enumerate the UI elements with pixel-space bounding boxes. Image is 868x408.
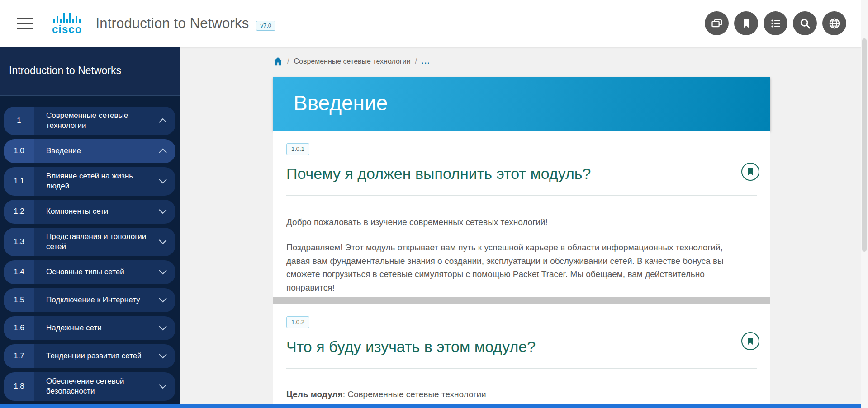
module-nav: 1 Современные сетевые технологии 1.0 Вве…: [0, 96, 180, 401]
item-number: 1.7: [4, 344, 34, 368]
section-divider: [273, 297, 770, 304]
home-icon[interactable]: [273, 57, 283, 66]
chevron-down-icon[interactable]: [158, 269, 167, 275]
chevron-up-icon[interactable]: [158, 148, 167, 154]
sidebar-item-1-2[interactable]: 1.2 Компоненты сети: [4, 200, 175, 224]
pages-icon[interactable]: [705, 11, 729, 35]
section-heading: Почему я должен выполнить этот модуль?: [286, 165, 721, 183]
breadcrumb-module[interactable]: Современные сетевые технологии: [294, 57, 410, 66]
cisco-logo: cisco: [52, 12, 82, 35]
bottom-accent-bar: [0, 404, 861, 408]
sidebar-item-1-1[interactable]: 1.1 Влияние сетей на жизнь людей: [4, 167, 175, 196]
section-1-0-2: 1.0.2 Что я буду изучать в этом модуле? …: [273, 304, 770, 408]
item-number: 1.5: [4, 288, 34, 312]
sidebar-item-1-4[interactable]: 1.4 Основные типы сетей: [4, 260, 175, 284]
sidebar-item-1-8[interactable]: 1.8 Обеспечение сетевой безопасности: [4, 372, 175, 401]
item-number: 1.6: [4, 316, 34, 340]
section-number-badge: 1.0.1: [286, 143, 309, 155]
bookmark-icon[interactable]: [734, 11, 758, 35]
chevron-down-icon[interactable]: [158, 297, 167, 303]
lesson-card: Введение 1.0.1 Почему я должен выполнить…: [273, 77, 770, 408]
cisco-wordmark: cisco: [52, 24, 82, 35]
heading-divider: [286, 195, 757, 196]
course-sidebar: Introduction to Networks 1 Современные с…: [0, 47, 180, 408]
chevron-down-icon[interactable]: [158, 239, 167, 244]
module-goal: Цель модуля: Современные сетевые техноло…: [286, 388, 745, 401]
app-header: cisco Introduction to Networks v7.0: [0, 0, 868, 47]
item-number: 1.8: [4, 372, 34, 401]
course-title: Introduction to Networks: [95, 15, 249, 32]
header-actions: [705, 11, 846, 35]
heading-divider: [286, 368, 757, 369]
list-icon[interactable]: [764, 11, 787, 35]
paragraph: Добро пожаловать в изучение современных …: [286, 216, 745, 229]
sidebar-item-1-3[interactable]: 1.3 Представления и топологии сетей: [4, 228, 175, 256]
item-number: 1.0: [4, 139, 34, 163]
version-badge: v7.0: [256, 21, 275, 31]
paragraph: Поздравляем! Этот модуль открывает вам п…: [286, 241, 745, 294]
topic-banner-title: Введение: [294, 91, 388, 115]
item-label: Введение: [46, 146, 158, 156]
scrollbar-thumb[interactable]: [862, 38, 867, 252]
item-number: 1.2: [4, 200, 34, 224]
section-number-badge: 1.0.2: [286, 316, 309, 328]
search-icon[interactable]: [793, 11, 817, 35]
module-goal-text: : Современные сетевые технологии: [343, 389, 486, 399]
bookmark-outline-icon[interactable]: [741, 163, 759, 181]
content-area: / Современные сетевые технологии / ... В…: [180, 47, 861, 408]
item-number: 1.4: [4, 260, 34, 284]
item-label: Влияние сетей на жизнь людей: [46, 171, 158, 192]
sidebar-item-1-5[interactable]: 1.5 Подключение к Интернету: [4, 288, 175, 312]
sidebar-item-1-0[interactable]: 1.0 Введение: [4, 139, 175, 163]
breadcrumb-separator: /: [415, 57, 417, 66]
section-1-0-1: 1.0.1 Почему я должен выполнить этот мод…: [273, 131, 770, 297]
item-label: Представления и топологии сетей: [46, 232, 158, 252]
item-number: 1.1: [4, 167, 34, 196]
sidebar-item-1[interactable]: 1 Современные сетевые технологии: [4, 107, 175, 135]
chevron-down-icon[interactable]: [158, 178, 167, 184]
breadcrumb-ellipsis[interactable]: ...: [422, 57, 430, 66]
vertical-scrollbar[interactable]: [861, 0, 868, 408]
breadcrumb: / Современные сетевые технологии / ...: [273, 57, 430, 66]
globe-icon[interactable]: [822, 11, 846, 35]
item-label: Надежные сети: [46, 323, 158, 333]
sidebar-item-1-6[interactable]: 1.6 Надежные сети: [4, 316, 175, 340]
hamburger-menu-icon[interactable]: [17, 18, 33, 29]
bookmark-outline-icon[interactable]: [741, 332, 759, 350]
sidebar-course-title: Introduction to Networks: [0, 47, 180, 96]
module-goal-label: Цель модуля: [286, 389, 343, 399]
cisco-logo-bars-icon: [53, 12, 81, 23]
chevron-down-icon[interactable]: [158, 353, 167, 359]
topic-banner: Введение: [273, 77, 770, 131]
chevron-down-icon[interactable]: [158, 325, 167, 331]
section-heading: Что я буду изучать в этом модуле?: [286, 338, 721, 356]
item-label: Обеспечение сетевой безопасности: [46, 376, 158, 397]
item-number: 1: [4, 107, 34, 135]
sidebar-item-1-7[interactable]: 1.7 Тенденции развития сетей: [4, 344, 175, 368]
item-label: Тенденции развития сетей: [46, 351, 158, 361]
chevron-down-icon[interactable]: [158, 209, 167, 214]
item-label: Компоненты сети: [46, 206, 158, 216]
breadcrumb-separator: /: [287, 57, 289, 66]
chevron-down-icon[interactable]: [158, 384, 167, 389]
item-number: 1.3: [4, 228, 34, 256]
chevron-up-icon[interactable]: [158, 118, 167, 123]
item-label: Подключение к Интернету: [46, 295, 158, 305]
item-label: Современные сетевые технологии: [46, 111, 158, 131]
item-label: Основные типы сетей: [46, 267, 158, 277]
